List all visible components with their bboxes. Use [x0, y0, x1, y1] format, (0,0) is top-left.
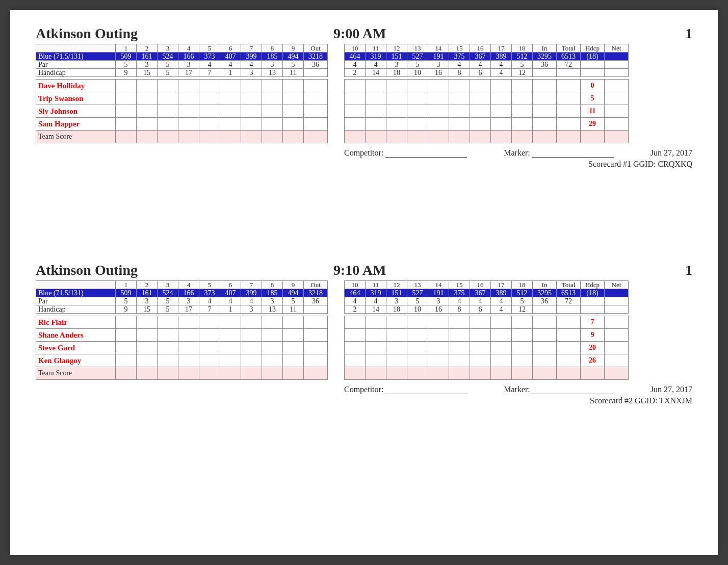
- scorecard-meta: Scorecard #1 GGID: CRQXKQ: [344, 160, 692, 169]
- scorecard-meta: Scorecard #2 GGID: TXNXJM: [344, 396, 692, 405]
- front-nine-table: 123456789OutBlue (71.5/131)5091615241663…: [36, 280, 328, 380]
- marker-label: Marker:: [504, 385, 530, 394]
- marker-label: Marker:: [504, 148, 530, 157]
- starting-hole: 1: [685, 25, 692, 42]
- front-nine-table: 123456789OutBlue (71.5/131)5091615241663…: [36, 44, 328, 143]
- event-name: Atkinson Outing: [36, 25, 138, 42]
- player-hdcp: 20: [581, 342, 605, 354]
- player-hdcp: 29: [581, 118, 605, 131]
- player-name: Sam Happer: [36, 118, 116, 131]
- player-hdcp: 5: [581, 92, 605, 105]
- team-score-label: Team Score: [36, 367, 116, 380]
- back-nine-table: 101112131415161718InTotalHdcpNet46431915…: [344, 44, 629, 143]
- starting-hole: 1: [685, 262, 692, 278]
- back-nine-table: 101112131415161718InTotalHdcpNet46431915…: [344, 280, 629, 380]
- event-name: Atkinson Outing: [36, 262, 138, 278]
- player-name: Dave Holliday: [36, 80, 116, 92]
- back-half: 101112131415161718InTotalHdcpNet46431915…: [344, 44, 692, 169]
- signature-line: Competitor: Marker: Jun 27, 2017: [344, 385, 692, 394]
- player-name: Ric Flair: [36, 316, 116, 329]
- team-score-label: Team Score: [36, 131, 116, 143]
- date: Jun 27, 2017: [651, 385, 692, 394]
- player-name: Trip Swanson: [36, 92, 116, 105]
- player-name: Shane Anders: [36, 329, 116, 342]
- competitor-label: Competitor:: [344, 385, 383, 394]
- tee-time: 9:10 AM: [333, 262, 386, 278]
- player-hdcp: 0: [581, 80, 605, 92]
- front-half: 123456789OutBlue (71.5/131)5091615241663…: [36, 280, 328, 405]
- player-hdcp: 26: [581, 354, 605, 367]
- competitor-label: Competitor:: [344, 148, 383, 157]
- scorecard: Atkinson Outing 9:00 AM 1 123456789OutBl…: [36, 23, 692, 169]
- player-hdcp: 11: [581, 105, 605, 118]
- date: Jun 27, 2017: [651, 148, 692, 158]
- player-name: Sly Johnson: [36, 105, 116, 118]
- tee-time: 9:00 AM: [333, 25, 386, 42]
- front-half: 123456789OutBlue (71.5/131)5091615241663…: [36, 44, 328, 169]
- back-half: 101112131415161718InTotalHdcpNet46431915…: [344, 280, 692, 405]
- card-header: Atkinson Outing 9:00 AM 1: [36, 23, 692, 42]
- player-name: Steve Gard: [36, 342, 116, 354]
- player-name: Ken Glangoy: [36, 354, 116, 367]
- player-hdcp: 7: [581, 316, 605, 329]
- player-hdcp: 9: [581, 329, 605, 342]
- scorecard: Atkinson Outing 9:10 AM 1 123456789OutBl…: [36, 260, 692, 405]
- signature-line: Competitor: Marker: Jun 27, 2017: [344, 148, 692, 158]
- card-header: Atkinson Outing 9:10 AM 1: [36, 260, 692, 278]
